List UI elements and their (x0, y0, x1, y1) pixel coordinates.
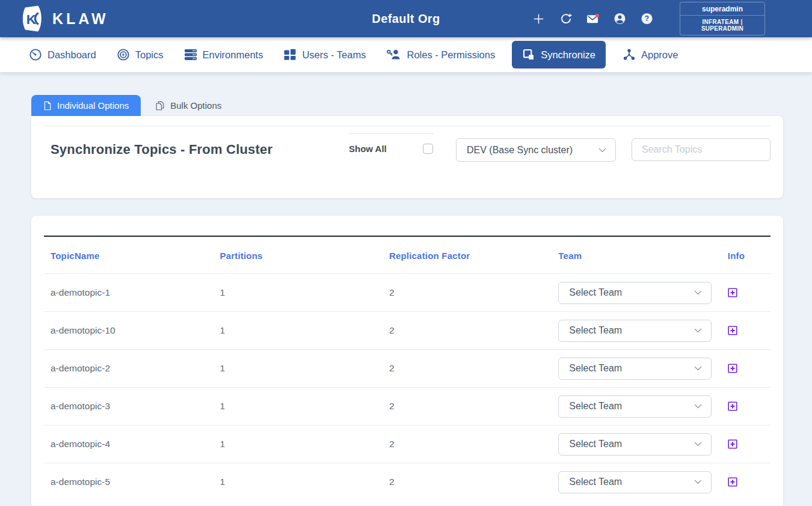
nav-item-roles-permissions[interactable]: Roles - Permissions (386, 48, 495, 61)
search-topics-input[interactable] (632, 138, 770, 161)
tab-label: Bulk Options (170, 100, 221, 111)
replication-factor-cell: 2 (383, 425, 552, 463)
environments-icon (184, 48, 197, 61)
team-select[interactable]: Select Team (558, 433, 712, 456)
info-cell (721, 425, 770, 463)
team-cell: Select Team (552, 274, 721, 312)
add-icon[interactable] (532, 13, 545, 25)
cluster-select[interactable]: DEV (Base Sync cluster) (456, 138, 616, 162)
table-row: a-demotopic-4 1 2 Select Team (44, 425, 770, 463)
nav-label: Approve (641, 49, 678, 61)
tab-individual-options[interactable]: Individual Options (31, 95, 141, 116)
column-header-topicname: TopicName (44, 236, 213, 274)
table-row: a-demotopic-10 1 2 Select Team (44, 312, 770, 350)
chevron-down-icon (598, 148, 606, 153)
topic-name-cell: a-demotopic-5 (44, 463, 213, 501)
nav-label: Environments (203, 49, 263, 61)
topic-name-cell: a-demotopic-10 (44, 312, 213, 350)
team-select[interactable]: Select Team (558, 471, 712, 493)
synchronize-icon (522, 48, 535, 61)
topics-icon (117, 48, 130, 61)
chevron-down-icon (694, 366, 702, 371)
plus-square-icon[interactable] (728, 288, 737, 297)
topics-table: TopicName Partitions Replication Factor … (44, 236, 770, 501)
org-title: Default Org (372, 12, 440, 26)
approve-icon (623, 48, 636, 61)
plus-square-icon[interactable] (728, 326, 737, 335)
column-header-info: Info (721, 236, 770, 274)
plus-square-icon[interactable] (728, 477, 737, 487)
team-cell: Select Team (552, 463, 721, 501)
topic-name-cell: a-demotopic-3 (44, 388, 213, 425)
chevron-down-icon (694, 328, 702, 333)
team-select[interactable]: Select Team (558, 358, 712, 380)
mail-badge (595, 14, 599, 17)
table-row: a-demotopic-1 1 2 Select Team (44, 274, 770, 312)
team-select-value: Select Team (569, 325, 622, 336)
team-select-value: Select Team (569, 439, 622, 450)
column-header-team: Team (552, 236, 721, 274)
topic-name-cell: a-demotopic-2 (44, 350, 213, 388)
table-row: a-demotopic-2 1 2 Select Team (44, 350, 770, 388)
table-header-row: TopicName Partitions Replication Factor … (44, 236, 770, 274)
brand[interactable]: K KLAW (21, 5, 201, 32)
show-all-checkbox[interactable] (423, 144, 433, 154)
plus-square-icon[interactable] (728, 364, 737, 373)
team-select-value: Select Team (569, 287, 622, 298)
sync-panel: Synchronize Topics - From Cluster Show A… (31, 116, 783, 198)
team-cell: Select Team (552, 425, 721, 463)
info-cell (721, 463, 770, 501)
tab-label: Individual Options (57, 100, 129, 111)
nav-item-users-teams[interactable]: Users - Teams (283, 48, 366, 61)
nav-item-synchronize[interactable]: Synchronize (512, 41, 606, 69)
nav-label: Roles - Permissions (407, 49, 495, 61)
mail-icon[interactable] (586, 13, 599, 25)
topbar-actions: ? (532, 13, 653, 25)
roles-permissions-icon (386, 48, 401, 61)
partitions-cell: 1 (213, 312, 382, 350)
help-icon[interactable]: ? (641, 13, 653, 25)
partitions-cell: 1 (213, 274, 382, 312)
partitions-cell: 1 (213, 388, 382, 425)
klaw-logo-icon: K (21, 5, 43, 32)
team-select-value: Select Team (569, 477, 622, 487)
topic-name-cell: a-demotopic-1 (44, 274, 213, 312)
replication-factor-cell: 2 (383, 463, 552, 501)
plus-square-icon[interactable] (728, 401, 737, 411)
content: Individual Options Bulk Options Synchron… (0, 72, 812, 506)
chevron-down-icon (694, 442, 702, 447)
user-info-box[interactable]: superadmin INFRATEAM | SUPERADMIN (680, 2, 765, 35)
replication-factor-cell: 2 (383, 312, 552, 350)
main-nav: Dashboard Topics Environm (0, 37, 812, 72)
team-select[interactable]: Select Team (558, 282, 712, 304)
dashboard-icon (29, 48, 42, 61)
tab-bulk-options[interactable]: Bulk Options (141, 95, 233, 116)
team-select[interactable]: Select Team (558, 320, 712, 342)
page-title: Synchronize Topics - From Cluster (51, 138, 349, 157)
brand-name: KLAW (52, 10, 109, 28)
file-icon (43, 101, 52, 111)
partitions-cell: 1 (213, 425, 382, 463)
chevron-down-icon (694, 404, 702, 409)
user-icon[interactable] (614, 13, 626, 25)
topics-table-card: TopicName Partitions Replication Factor … (31, 216, 783, 506)
info-cell (721, 274, 770, 312)
username: superadmin (680, 2, 764, 16)
team-select[interactable]: Select Team (558, 395, 712, 418)
plus-square-icon[interactable] (728, 439, 737, 449)
show-all-label: Show All (349, 144, 387, 154)
nav-label: Synchronize (541, 49, 595, 61)
refresh-icon[interactable] (559, 13, 572, 25)
table-row: a-demotopic-3 1 2 Select Team (44, 388, 770, 425)
nav-item-approve[interactable]: Approve (623, 48, 678, 61)
cluster-select-value: DEV (Base Sync cluster) (467, 145, 573, 156)
partitions-cell: 1 (213, 350, 382, 388)
info-cell (721, 312, 770, 350)
files-icon (155, 101, 165, 111)
chevron-down-icon (694, 290, 702, 295)
nav-item-dashboard[interactable]: Dashboard (29, 48, 96, 61)
nav-item-topics[interactable]: Topics (117, 48, 164, 61)
nav-item-environments[interactable]: Environments (184, 48, 263, 61)
team-cell: Select Team (552, 350, 721, 388)
nav-label: Dashboard (48, 49, 96, 61)
